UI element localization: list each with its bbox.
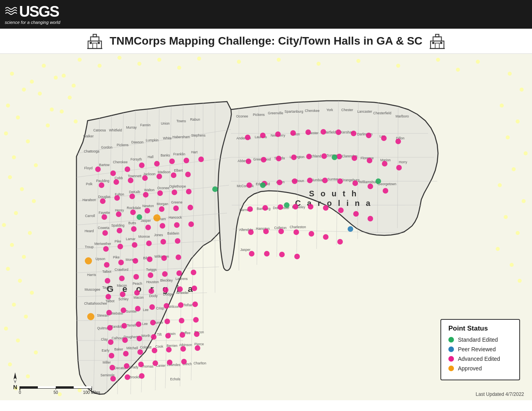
svg-point-56 bbox=[512, 167, 516, 171]
svg-point-429 bbox=[338, 207, 344, 213]
svg-text:Chester: Chester bbox=[341, 108, 353, 112]
svg-point-335 bbox=[118, 260, 124, 265]
svg-marker-454 bbox=[14, 380, 17, 384]
svg-point-380 bbox=[180, 346, 186, 352]
svg-point-367 bbox=[193, 317, 199, 323]
svg-text:Habersham: Habersham bbox=[172, 135, 190, 139]
svg-point-322 bbox=[117, 228, 122, 233]
svg-text:Hall: Hall bbox=[148, 155, 154, 159]
svg-point-397 bbox=[336, 129, 341, 135]
svg-point-398 bbox=[351, 131, 356, 136]
svg-point-72 bbox=[277, 58, 281, 62]
svg-point-383 bbox=[124, 363, 129, 369]
svg-point-357 bbox=[149, 304, 155, 310]
svg-point-49 bbox=[46, 123, 50, 127]
svg-point-353 bbox=[192, 286, 197, 291]
svg-point-53 bbox=[516, 119, 520, 123]
svg-text:Rockdale: Rockdale bbox=[127, 206, 141, 210]
svg-point-440 bbox=[264, 251, 270, 256]
svg-point-347 bbox=[106, 294, 111, 299]
svg-point-361 bbox=[107, 325, 113, 331]
svg-text:Morgan: Morgan bbox=[157, 202, 168, 206]
svg-point-415 bbox=[277, 180, 282, 185]
svg-text:Schley: Schley bbox=[118, 297, 129, 301]
svg-point-407 bbox=[321, 153, 327, 159]
svg-text:Walker: Walker bbox=[83, 134, 94, 138]
svg-text:Forsyth: Forsyth bbox=[131, 157, 142, 161]
svg-point-354 bbox=[106, 310, 112, 315]
svg-point-345 bbox=[176, 270, 182, 276]
svg-point-352 bbox=[177, 286, 183, 292]
svg-point-408 bbox=[336, 154, 342, 159]
svg-point-412 bbox=[396, 165, 402, 170]
svg-point-399 bbox=[366, 133, 372, 138]
svg-point-376 bbox=[123, 351, 129, 356]
svg-text:Baker: Baker bbox=[114, 347, 123, 351]
legend-item-peer: Peer Reviewed bbox=[448, 346, 512, 352]
svg-point-321 bbox=[102, 230, 108, 236]
svg-point-445 bbox=[260, 182, 266, 188]
svg-point-366 bbox=[179, 318, 184, 323]
svg-point-426 bbox=[293, 204, 298, 209]
svg-text:Marlboro: Marlboro bbox=[395, 114, 409, 118]
svg-point-81 bbox=[62, 74, 66, 78]
svg-point-386 bbox=[167, 360, 172, 365]
svg-point-302 bbox=[128, 178, 133, 183]
svg-text:N: N bbox=[13, 384, 17, 390]
svg-text:Telfair: Telfair bbox=[184, 303, 193, 307]
svg-point-23 bbox=[26, 139, 30, 143]
svg-rect-11 bbox=[436, 34, 439, 37]
svg-point-35 bbox=[18, 279, 22, 283]
svg-point-324 bbox=[145, 225, 151, 230]
svg-point-435 bbox=[293, 229, 299, 235]
svg-point-82 bbox=[72, 84, 76, 88]
advanced-edited-dot bbox=[448, 356, 454, 362]
svg-text:Towns: Towns bbox=[176, 119, 186, 123]
svg-point-70 bbox=[197, 57, 201, 61]
svg-text:Newton: Newton bbox=[143, 204, 154, 208]
svg-point-48 bbox=[50, 108, 54, 112]
svg-point-307 bbox=[100, 198, 106, 204]
svg-point-401 bbox=[395, 139, 401, 144]
svg-point-42 bbox=[8, 362, 12, 366]
svg-text:Pickens: Pickens bbox=[117, 143, 129, 147]
svg-text:Brooks: Brooks bbox=[129, 375, 140, 379]
svg-point-311 bbox=[157, 190, 163, 196]
svg-point-77 bbox=[456, 68, 460, 72]
svg-text:Harris: Harris bbox=[87, 273, 96, 277]
svg-point-46 bbox=[54, 76, 58, 80]
svg-text:Houston: Houston bbox=[146, 280, 159, 284]
svg-text:Floyd: Floyd bbox=[84, 166, 93, 170]
svg-point-349 bbox=[134, 290, 140, 296]
svg-point-450 bbox=[85, 257, 92, 264]
svg-point-437 bbox=[323, 234, 329, 240]
svg-text:Paulding: Paulding bbox=[96, 179, 109, 183]
svg-point-371 bbox=[151, 334, 156, 340]
svg-point-427 bbox=[308, 204, 313, 209]
svg-text:Spalding: Spalding bbox=[111, 223, 124, 227]
svg-text:Bartow: Bartow bbox=[99, 163, 110, 167]
svg-point-374 bbox=[194, 331, 200, 337]
svg-point-65 bbox=[98, 64, 102, 68]
svg-point-24 bbox=[12, 155, 16, 159]
svg-point-392 bbox=[260, 133, 266, 138]
svg-text:Madison: Madison bbox=[158, 170, 170, 174]
svg-point-27 bbox=[20, 187, 24, 191]
svg-text:C a r o l i n a: C a r o l i n a bbox=[295, 199, 372, 207]
svg-point-446 bbox=[284, 202, 289, 208]
svg-point-84 bbox=[60, 110, 64, 114]
svg-text:Carroll: Carroll bbox=[85, 214, 95, 218]
svg-text:Baldwin: Baldwin bbox=[167, 231, 179, 235]
svg-point-61 bbox=[496, 247, 500, 251]
svg-point-430 bbox=[353, 211, 359, 217]
svg-point-405 bbox=[291, 155, 297, 160]
svg-text:Rabun: Rabun bbox=[190, 117, 200, 121]
svg-point-33 bbox=[22, 255, 26, 259]
svg-rect-5 bbox=[93, 43, 97, 49]
svg-point-375 bbox=[109, 353, 114, 358]
svg-text:DeKalb: DeKalb bbox=[129, 190, 140, 194]
svg-rect-13 bbox=[435, 43, 440, 49]
svg-text:Polk: Polk bbox=[86, 182, 93, 186]
svg-point-30 bbox=[2, 223, 6, 227]
svg-point-337 bbox=[147, 256, 153, 262]
